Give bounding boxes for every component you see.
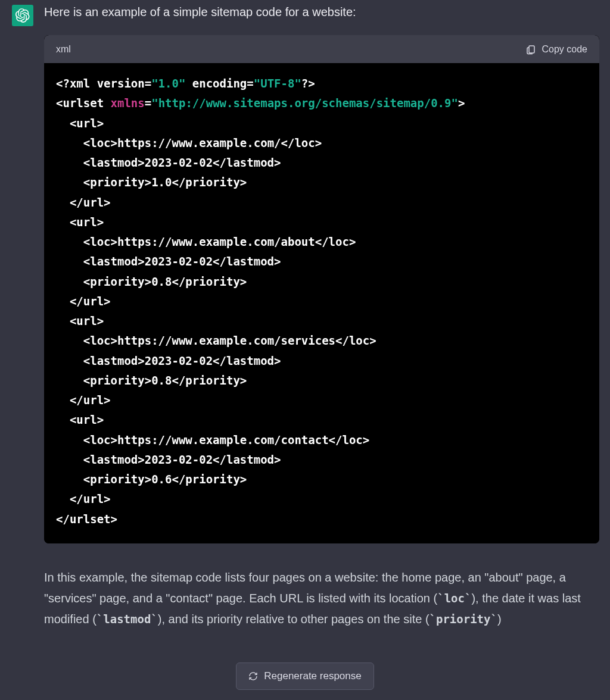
code-block: xml Copy code <?xml version="1.0" encodi… [44,35,599,543]
code-block-header: xml Copy code [44,35,599,63]
assistant-avatar [12,5,33,26]
svg-rect-0 [529,46,534,53]
clipboard-icon [525,44,536,55]
explanation-segment: ) [497,612,502,626]
assistant-message-content: Here is an example of a simple sitemap c… [44,4,603,630]
copy-code-label: Copy code [542,44,588,55]
inline-code-loc: `loc` [437,592,471,605]
code-language-label: xml [56,42,71,56]
assistant-message-row: Here is an example of a simple sitemap c… [0,0,610,630]
explanation-segment: ), and its priority relative to other pa… [158,612,430,626]
regenerate-label: Regenerate response [264,670,362,682]
code-block-body[interactable]: <?xml version="1.0" encoding="UTF-8"?> <… [44,63,599,543]
inline-code-priority: `priority` [430,612,497,626]
intro-text: Here is an example of a simple sitemap c… [44,4,599,21]
inline-code-lastmod: `lastmod` [97,612,158,626]
regenerate-bar: Regenerate response [0,652,610,700]
explanation-text: In this example, the sitemap code lists … [44,567,599,630]
openai-logo-icon [15,8,30,23]
refresh-icon [248,671,258,681]
copy-code-button[interactable]: Copy code [525,44,588,55]
regenerate-button[interactable]: Regenerate response [236,662,374,690]
